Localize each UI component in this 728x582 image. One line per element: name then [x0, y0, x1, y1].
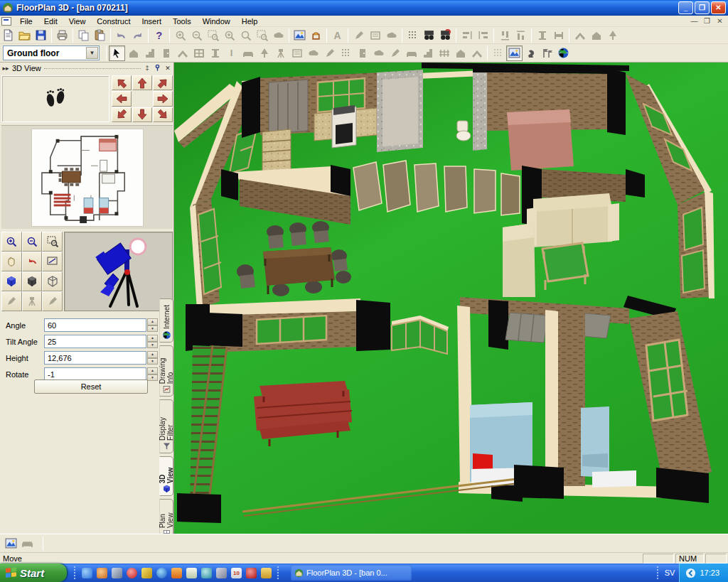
dimension-tool-button[interactable]: [387, 45, 403, 61]
render-scene-button[interactable]: [291, 28, 308, 43]
mdi-close-button[interactable]: ✕: [714, 17, 725, 25]
photo-tool-button[interactable]: [289, 45, 305, 61]
tab-internet[interactable]: Internet: [159, 298, 173, 343]
angle-field[interactable]: 60: [44, 318, 146, 332]
align-top-button[interactable]: [496, 28, 513, 43]
panel-close-icon[interactable]: ✕: [164, 65, 171, 72]
beam-tool-button[interactable]: I: [223, 45, 240, 61]
align-left-button[interactable]: [459, 28, 475, 43]
slab-tool-button[interactable]: [240, 45, 256, 61]
panel-resize-icon[interactable]: ‡: [144, 65, 151, 72]
start-button[interactable]: Start: [0, 564, 67, 582]
paste-button[interactable]: [92, 28, 108, 43]
stairs-tool-button[interactable]: [141, 45, 158, 61]
brick-tool-button[interactable]: [452, 45, 469, 61]
materials-button[interactable]: [367, 28, 383, 43]
zoom-previous-button[interactable]: [237, 28, 254, 43]
view-grid-button[interactable]: [490, 45, 506, 61]
camera-tool-button[interactable]: [272, 45, 289, 61]
chevron-down-icon[interactable]: ▼: [86, 47, 98, 59]
lighting-button[interactable]: [308, 28, 324, 43]
center-both-button[interactable]: [604, 28, 621, 43]
zoom-out-button[interactable]: [188, 28, 205, 43]
bed-tool-button[interactable]: [419, 45, 436, 61]
floorplan-shortcut-icon[interactable]: [97, 568, 107, 578]
tab-drawing-info[interactable]: Drawing Info: [159, 345, 173, 397]
roof-tool-button[interactable]: [174, 45, 191, 61]
undo-button[interactable]: [113, 28, 129, 43]
undo-view-button[interactable]: [22, 252, 43, 271]
calendar-icon[interactable]: 10: [231, 568, 242, 578]
tab-3d-view[interactable]: 3D View: [159, 456, 173, 496]
tilt-angle-spinner[interactable]: ▲▼: [147, 335, 158, 348]
shape-tool-button[interactable]: [370, 45, 387, 61]
solid-render-button[interactable]: [1, 271, 22, 291]
zoom-in-button[interactable]: [172, 28, 188, 43]
photo-viewer-icon[interactable]: [171, 568, 182, 578]
height-field[interactable]: 12,676: [44, 351, 146, 365]
zoom-out-view-button[interactable]: [22, 232, 43, 252]
select-tool-button[interactable]: [109, 45, 125, 61]
flags-button[interactable]: [539, 45, 555, 61]
walk-up-left-button[interactable]: [112, 75, 132, 90]
menu-tools[interactable]: Tools: [167, 16, 197, 26]
zoom-in-view-button[interactable]: [1, 232, 22, 252]
walk-left-button[interactable]: [112, 91, 132, 106]
pan-hand-button[interactable]: [1, 252, 22, 271]
walk-down-right-button[interactable]: [153, 107, 173, 122]
menu-view[interactable]: View: [63, 16, 92, 26]
folder-lock-icon[interactable]: [112, 568, 122, 578]
view-cone-button[interactable]: [22, 291, 43, 311]
view-3d-button[interactable]: [506, 45, 523, 61]
menu-window[interactable]: Window: [197, 16, 236, 26]
zoom-dynamic-button[interactable]: [221, 28, 237, 43]
window-tool-button[interactable]: [191, 45, 207, 61]
documents-folder-icon[interactable]: [261, 568, 272, 578]
walk-mode-box[interactable]: [1, 75, 109, 122]
align-right-button[interactable]: [475, 28, 491, 43]
pan-view-button[interactable]: [270, 28, 287, 43]
walkthrough-button[interactable]: [523, 45, 539, 61]
furniture-tool-button[interactable]: [403, 45, 419, 61]
find-replace-button[interactable]: [437, 28, 454, 43]
walk-right-button[interactable]: [153, 91, 173, 106]
player-icon[interactable]: [156, 568, 167, 578]
mdi-restore-button[interactable]: ❐: [702, 17, 712, 25]
walk-down-left-button[interactable]: [112, 107, 132, 122]
zoom-full-view-button[interactable]: [42, 252, 63, 271]
fan-tool-button[interactable]: [305, 45, 321, 61]
fence-tool-button[interactable]: [436, 45, 452, 61]
minimize-button[interactable]: _: [678, 1, 693, 14]
media-app-icon[interactable]: [127, 568, 137, 578]
wedge-tool-button[interactable]: [469, 45, 485, 61]
tab-display-filter[interactable]: Display Filter: [159, 399, 173, 453]
hatch-tool-button[interactable]: [338, 45, 354, 61]
light-position-button[interactable]: [1, 291, 22, 311]
close-button[interactable]: ✕: [711, 1, 726, 14]
text-tool-button[interactable]: A: [329, 28, 346, 43]
menu-insert[interactable]: Insert: [136, 16, 167, 26]
restore-button[interactable]: ❐: [695, 1, 710, 14]
texture-library-button[interactable]: [3, 536, 19, 551]
sun-position-button[interactable]: [42, 291, 63, 311]
menu-file[interactable]: File: [14, 16, 38, 26]
mdi-minimize-button[interactable]: ―: [689, 17, 700, 25]
3d-viewport[interactable]: [174, 63, 728, 534]
center-v-button[interactable]: [588, 28, 604, 43]
plant-tool-button[interactable]: [256, 45, 272, 61]
copy-button[interactable]: [75, 28, 92, 43]
menu-construct[interactable]: Construct: [91, 16, 136, 26]
wall-tool-button[interactable]: [125, 45, 141, 61]
notes-app-icon[interactable]: [186, 568, 197, 578]
save-button[interactable]: [33, 28, 49, 43]
tray-status-icon[interactable]: [685, 568, 696, 578]
align-bottom-button[interactable]: [513, 28, 529, 43]
terrain-tool-button[interactable]: [321, 45, 338, 61]
menu-help[interactable]: Help: [236, 16, 264, 26]
walk-back-button[interactable]: [132, 107, 152, 122]
zoom-window-button[interactable]: [205, 28, 221, 43]
redo-button[interactable]: [129, 28, 146, 43]
zoom-extents-button[interactable]: [254, 28, 270, 43]
shadow-button[interactable]: [383, 28, 400, 43]
zoom-region-button[interactable]: [42, 232, 63, 252]
